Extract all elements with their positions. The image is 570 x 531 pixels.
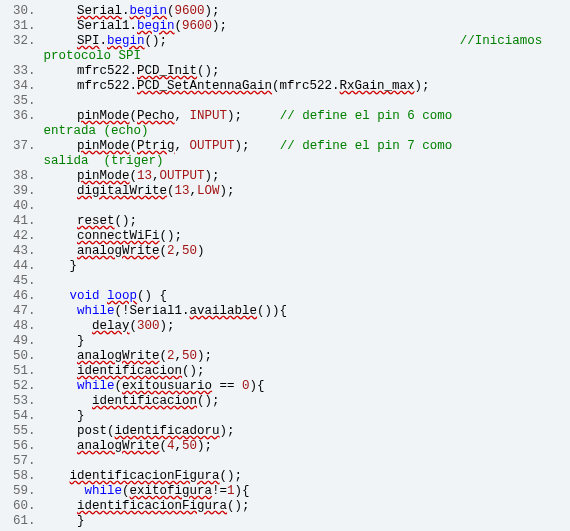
code-line[interactable]: 37. pinMode(Ptrig, OUTPUT); // define el… — [0, 139, 570, 154]
code-content[interactable]: analogWrite(2,50); — [36, 349, 213, 364]
line-number: 53 — [0, 394, 28, 409]
line-number: 32 — [0, 34, 28, 49]
code-line[interactable]: 58. identificacionFigura(); — [0, 469, 570, 484]
line-number: 46 — [0, 289, 28, 304]
line-number: 44 — [0, 259, 28, 274]
code-content[interactable]: } — [36, 334, 85, 349]
line-number: 58 — [0, 469, 28, 484]
line-number: 39 — [0, 184, 28, 199]
code-line[interactable]: 46. void loop() { — [0, 289, 570, 304]
code-content[interactable]: digitalWrite(13,LOW); — [36, 184, 235, 199]
code-line[interactable]: 42. connectWiFi(); — [0, 229, 570, 244]
code-line[interactable]: 45. — [0, 274, 570, 289]
code-content[interactable]: analogWrite(2,50) — [36, 244, 205, 259]
line-number: 55 — [0, 424, 28, 439]
code-line[interactable]: 35. — [0, 94, 570, 109]
code-line[interactable]: 38. pinMode(13,OUTPUT); — [0, 169, 570, 184]
line-number: 57 — [0, 454, 28, 469]
code-content[interactable]: identificacionFigura(); — [36, 469, 243, 484]
code-line-wrap: entrada (echo) — [0, 124, 570, 139]
code-content[interactable]: post(identificadoru); — [36, 424, 235, 439]
line-number: 41 — [0, 214, 28, 229]
code-line[interactable]: 32. SPI.begin(); //Iniciamos — [0, 34, 570, 49]
code-line[interactable]: 50. analogWrite(2,50); — [0, 349, 570, 364]
code-line[interactable]: 52. while(exitousuario == 0){ — [0, 379, 570, 394]
line-number: 56 — [0, 439, 28, 454]
code-content[interactable]: } — [36, 514, 85, 529]
code-content[interactable]: while(exitousuario == 0){ — [36, 379, 265, 394]
code-line[interactable]: 57. — [0, 454, 570, 469]
line-number: 43 — [0, 244, 28, 259]
line-number: 40 — [0, 199, 28, 214]
code-line[interactable]: 54. } — [0, 409, 570, 424]
code-line[interactable]: 60. identificacionFigura(); — [0, 499, 570, 514]
code-content[interactable]: identificacionFigura(); — [36, 499, 250, 514]
code-content[interactable]: } — [36, 409, 85, 424]
line-number: 31 — [0, 19, 28, 34]
code-line[interactable]: 43. analogWrite(2,50) — [0, 244, 570, 259]
code-line[interactable]: 31. Serial1.begin(9600); — [0, 19, 570, 34]
code-line[interactable]: 49. } — [0, 334, 570, 349]
code-line[interactable]: 44. } — [0, 259, 570, 274]
code-content[interactable]: Serial1.begin(9600); — [36, 19, 228, 34]
line-number: 33 — [0, 64, 28, 79]
code-content[interactable]: void loop() { — [36, 289, 168, 304]
code-content[interactable]: mfrc522.PCD_SetAntennaGain(mfrc522.RxGai… — [36, 79, 430, 94]
code-content[interactable]: while(exitofigura!=1){ — [36, 484, 250, 499]
line-number: 37 — [0, 139, 28, 154]
code-line-wrap: protocolo SPI — [0, 49, 570, 64]
line-number: 49 — [0, 334, 28, 349]
code-line[interactable]: 53. identificacion(); — [0, 394, 570, 409]
line-number: 52 — [0, 379, 28, 394]
code-line[interactable]: 61. } — [0, 514, 570, 529]
code-content[interactable]: identificacion(); — [36, 364, 205, 379]
line-number: 48 — [0, 319, 28, 334]
code-line[interactable]: 36. pinMode(Pecho, INPUT); // define el … — [0, 109, 570, 124]
line-number: 35 — [0, 94, 28, 109]
code-content[interactable]: SPI.begin(); //Iniciamos — [36, 34, 543, 49]
line-number: 38 — [0, 169, 28, 184]
line-number: 60 — [0, 499, 28, 514]
code-content[interactable]: analogWrite(4,50); — [36, 439, 213, 454]
code-line[interactable]: 40. — [0, 199, 570, 214]
line-number: 61 — [0, 514, 28, 529]
code-content[interactable]: mfrc522.PCD_Init(); — [36, 64, 220, 79]
line-number: 45 — [0, 274, 28, 289]
code-content[interactable]: } — [36, 259, 78, 274]
code-content[interactable]: pinMode(Ptrig, OUTPUT); // define el pin… — [36, 139, 453, 154]
code-line[interactable]: 55. post(identificadoru); — [0, 424, 570, 439]
code-content[interactable]: delay(300); — [36, 319, 175, 334]
code-line[interactable]: 30. Serial.begin(9600); — [0, 4, 570, 19]
line-number: 30 — [0, 4, 28, 19]
code-line[interactable]: 56. analogWrite(4,50); — [0, 439, 570, 454]
code-editor[interactable]: 30. Serial.begin(9600);31. Serial1.begin… — [0, 4, 570, 529]
code-content[interactable]: Serial.begin(9600); — [36, 4, 220, 19]
code-content[interactable]: pinMode(Pecho, INPUT); // define el pin … — [36, 109, 453, 124]
code-line-wrap: salida (triger) — [0, 154, 570, 169]
line-number: 36 — [0, 109, 28, 124]
line-number: 51 — [0, 364, 28, 379]
line-number: 50 — [0, 349, 28, 364]
code-content[interactable]: identificacion(); — [36, 394, 220, 409]
code-content[interactable]: reset(); — [36, 214, 138, 229]
line-number: 47 — [0, 304, 28, 319]
code-line[interactable]: 47. while(!Serial1.available()){ — [0, 304, 570, 319]
code-line[interactable]: 51. identificacion(); — [0, 364, 570, 379]
code-line[interactable]: 48. delay(300); — [0, 319, 570, 334]
code-content[interactable]: while(!Serial1.available()){ — [36, 304, 288, 319]
code-content[interactable]: pinMode(13,OUTPUT); — [36, 169, 220, 184]
code-content[interactable]: connectWiFi(); — [36, 229, 183, 244]
line-number: 42 — [0, 229, 28, 244]
code-line[interactable]: 41. reset(); — [0, 214, 570, 229]
code-line[interactable]: 33. mfrc522.PCD_Init(); — [0, 64, 570, 79]
code-line[interactable]: 59. while(exitofigura!=1){ — [0, 484, 570, 499]
line-number: 34 — [0, 79, 28, 94]
code-line[interactable]: 39. digitalWrite(13,LOW); — [0, 184, 570, 199]
line-number: 54 — [0, 409, 28, 424]
code-line[interactable]: 34. mfrc522.PCD_SetAntennaGain(mfrc522.R… — [0, 79, 570, 94]
line-number: 59 — [0, 484, 28, 499]
